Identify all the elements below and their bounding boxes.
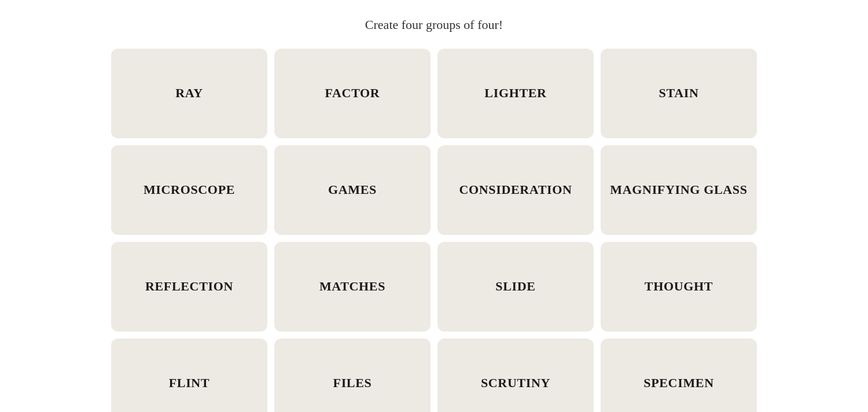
tile-label-games: GAMES: [328, 182, 377, 198]
tile-label-flint: FLINT: [169, 375, 210, 392]
tile-reflection[interactable]: REFLECTION: [111, 242, 267, 332]
tile-label-microscope: MICROSCOPE: [144, 182, 235, 198]
tile-label-stain: STAIN: [659, 85, 699, 102]
tile-factor[interactable]: FACTOR: [274, 49, 431, 138]
tile-label-matches: MATCHES: [319, 278, 385, 295]
tile-label-ray: RAY: [175, 85, 203, 102]
tile-label-specimen: SPECIMEN: [643, 375, 713, 392]
tile-stain[interactable]: STAIN: [601, 49, 757, 138]
tile-label-slide: SLIDE: [495, 278, 535, 295]
tile-ray[interactable]: RAY: [111, 49, 267, 138]
tile-lighter[interactable]: LIGHTER: [437, 49, 594, 138]
tile-label-scrutiny: SCRUTINY: [481, 375, 550, 392]
tile-matches[interactable]: MATCHES: [274, 242, 431, 332]
tile-microscope[interactable]: MICROSCOPE: [111, 145, 267, 235]
tile-slide[interactable]: SLIDE: [437, 242, 594, 332]
tile-files[interactable]: FILES: [274, 339, 431, 412]
tile-specimen[interactable]: SPECIMEN: [601, 339, 757, 412]
tile-magnifying-glass[interactable]: MAGNIFYING GLASS: [601, 145, 757, 235]
tile-label-reflection: REFLECTION: [145, 278, 233, 295]
tile-label-consideration: CONSIDERATION: [459, 182, 572, 198]
tile-thought[interactable]: THOUGHT: [601, 242, 757, 332]
tile-label-thought: THOUGHT: [645, 278, 713, 295]
tile-games[interactable]: GAMES: [274, 145, 431, 235]
tile-label-lighter: LIGHTER: [484, 85, 546, 102]
tile-label-factor: FACTOR: [325, 85, 380, 102]
tile-scrutiny[interactable]: SCRUTINY: [437, 339, 594, 412]
tile-label-files: FILES: [333, 375, 372, 392]
subtitle: Create four groups of four!: [365, 17, 503, 32]
tile-consideration[interactable]: CONSIDERATION: [437, 145, 594, 235]
tile-label-magnifying-glass: MAGNIFYING GLASS: [610, 182, 747, 198]
word-grid: RAYFACTORLIGHTERSTAINMICROSCOPEGAMESCONS…: [111, 49, 757, 412]
tile-flint[interactable]: FLINT: [111, 339, 267, 412]
